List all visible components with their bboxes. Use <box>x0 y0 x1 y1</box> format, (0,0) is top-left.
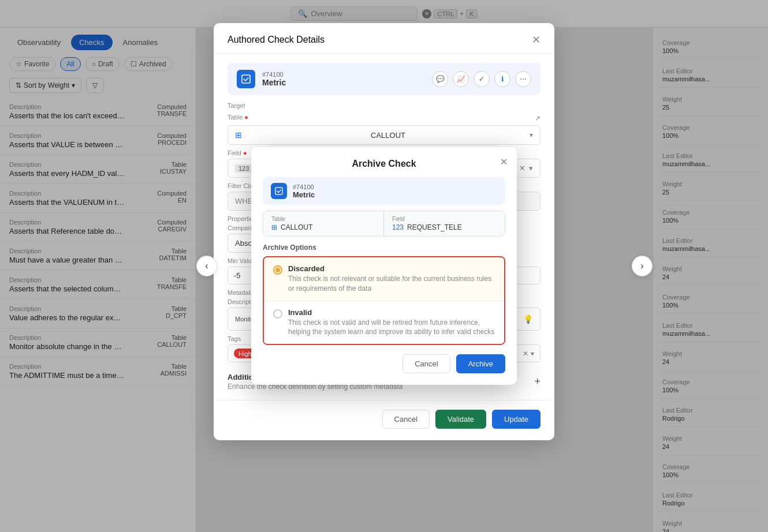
archive-table-icon: ⊞ <box>271 223 277 231</box>
archive-modal-header: Archive Check ✕ <box>251 147 517 177</box>
detail-footer: Cancel Validate Update <box>214 400 554 429</box>
archive-check-type-icon <box>271 183 287 199</box>
archive-footer: Cancel Archive <box>251 354 517 385</box>
field-clear-icon[interactable]: ✕ <box>519 164 525 173</box>
detail-update-button[interactable]: Update <box>492 410 540 429</box>
comment-icon-btn[interactable]: 💬 <box>432 71 448 87</box>
info-icon-btn[interactable]: ℹ <box>494 71 510 87</box>
table-select-arrow: ▾ <box>530 131 533 139</box>
expand-icon[interactable]: 💡 <box>523 314 533 324</box>
table-grid-icon: ⊞ <box>235 130 242 140</box>
archive-modal-title: Archive Check <box>265 159 503 169</box>
archive-modal: Archive Check ✕ #74100 Metric Table ⊞ CA… <box>251 147 517 385</box>
detail-modal-header: Authored Check Details ✕ <box>214 23 554 54</box>
archive-check-info: #74100 Metric <box>293 183 315 198</box>
add-metadata-button[interactable]: + <box>534 376 540 388</box>
svg-rect-1 <box>275 188 282 194</box>
nav-arrow-left[interactable]: ‹ <box>196 256 217 276</box>
archive-options: Discarded This check is not relevant or … <box>263 256 505 345</box>
archive-table-cell: Table ⊞ CALLOUT <box>263 211 384 236</box>
check-header-card: #74100 Metric 💬 📈 ✓ ℹ ⋯ <box>228 63 540 95</box>
external-link-icon[interactable]: ↗ <box>535 114 540 122</box>
chart-icon-btn[interactable]: 📈 <box>453 71 469 87</box>
tags-clear-button[interactable]: ✕ ▾ <box>523 350 534 358</box>
archive-meta-grid: Table ⊞ CALLOUT Field 123 REQUEST_TELE <box>263 211 505 237</box>
detail-cancel-button[interactable]: Cancel <box>382 410 430 429</box>
archive-field-cell: Field 123 REQUEST_TELE <box>384 211 505 236</box>
archive-check-card: #74100 Metric <box>263 177 505 205</box>
table-select[interactable]: ⊞ CALLOUT ▾ <box>228 125 540 145</box>
nav-arrow-right[interactable]: › <box>632 256 653 276</box>
detail-modal-title: Authored Check Details <box>228 35 325 45</box>
archive-option-invalid-content: Invalid This check is not valid and will… <box>288 308 495 338</box>
archive-option-discarded-content: Discarded This check is not relevant or … <box>288 264 495 294</box>
field-type-tag: 123 <box>235 164 252 173</box>
checkmark-icon-btn[interactable]: ✓ <box>474 71 490 87</box>
archive-confirm-button[interactable]: Archive <box>456 354 505 373</box>
field-select-arrow[interactable]: ▾ <box>529 164 533 173</box>
archive-option-invalid[interactable]: Invalid This check is not valid and will… <box>264 301 504 344</box>
svg-rect-0 <box>242 75 250 83</box>
check-info: #74100 Metric <box>262 71 286 87</box>
check-header-icons: 💬 📈 ✓ ℹ ⋯ <box>432 71 531 87</box>
check-type-icon <box>237 70 255 88</box>
detail-modal-close-button[interactable]: ✕ <box>532 33 540 46</box>
detail-validate-button[interactable]: Validate <box>435 410 486 429</box>
archive-cancel-button[interactable]: Cancel <box>402 354 450 373</box>
archive-options-label: Archive Options <box>251 243 517 256</box>
tags-dropdown-icon: ▾ <box>531 350 534 358</box>
radio-inner-discarded <box>275 268 280 272</box>
more-icon-btn[interactable]: ⋯ <box>515 71 531 87</box>
tags-clear-icon: ✕ <box>523 350 528 358</box>
archive-option-discarded[interactable]: Discarded This check is not relevant or … <box>264 257 504 301</box>
target-section: Target Table ● ↗ ⊞ CALLOUT ▾ <box>228 102 540 145</box>
radio-invalid[interactable] <box>273 309 282 319</box>
archive-field-icon: 123 <box>392 223 404 231</box>
radio-discarded[interactable] <box>273 265 282 275</box>
archive-close-button[interactable]: ✕ <box>500 156 508 167</box>
